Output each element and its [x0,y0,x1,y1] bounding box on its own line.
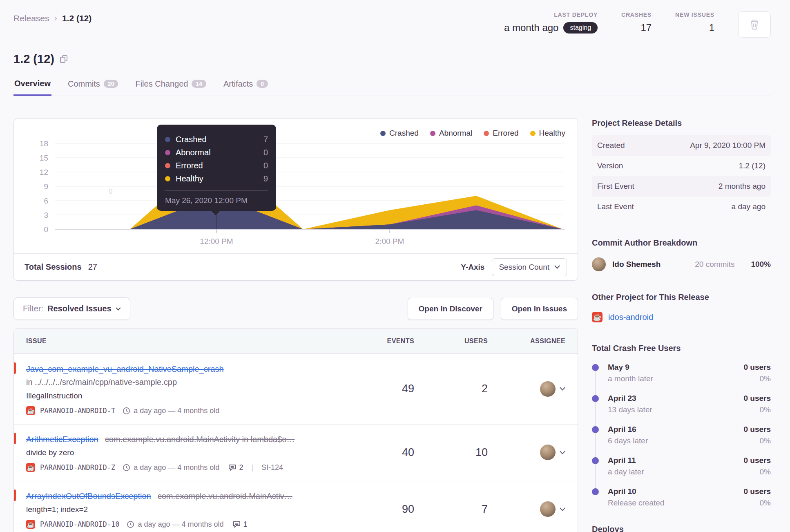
issue-title-link[interactable]: ArithmeticException [26,433,98,446]
issue-message: IllegalInstruction [26,389,353,402]
tooltip-errored-dot-icon [165,163,170,168]
header-assignee: ASSIGNEE [488,338,565,345]
breadcrumb: Releases › 1.2 (12) [13,11,91,24]
tooltip-abnormal-dot-icon [165,150,170,155]
chart-tooltip: Crashed 7 Abnormal 0 Errored 0 [157,125,276,211]
metric-new-issues: NEW ISSUES 1 [675,11,714,34]
timeline-dot-icon [592,426,599,433]
tooltip-crashed-dot-icon [165,137,170,142]
issue-age: a day ago — 4 months old [134,463,219,472]
errored-dot-icon [484,131,489,136]
trash-icon [749,19,760,30]
other-project-link[interactable]: idos-android [608,313,653,322]
section-title: Deploys [592,525,771,532]
breadcrumb-current: 1.2 (12) [62,13,91,23]
commit-author-row: Ido Shemesh 20 commits 100% [592,257,771,271]
crash-free-item: May 90 users a month later0% [592,363,771,394]
breadcrumb-releases-link[interactable]: Releases [13,13,49,23]
assignee-avatar[interactable] [540,445,556,460]
project-slug: PARANOID-ANDROID-Z [40,463,115,472]
open-in-issues-button[interactable]: Open in Issues [501,298,578,320]
tab-artifacts[interactable]: Artifacts 0 [223,78,269,96]
issue-row: ArrayIndexOutOfBoundsException com.examp… [14,481,578,532]
sidebar: Project Release Details Created Apr 9, 2… [592,118,771,532]
java-platform-icon: ☕ [26,520,35,529]
chevron-down-icon[interactable] [560,451,565,454]
tab-overview[interactable]: Overview [13,78,51,96]
assignee-avatar[interactable] [540,501,556,517]
crash-free-item: April 230 users 13 days later0% [592,394,771,425]
issue-users-count: 7 [414,503,488,516]
legend-item-abnormal[interactable]: Abnormal [430,129,472,138]
section-title: Project Release Details [592,118,771,128]
chart-ghost-label: 0 [109,188,112,196]
section-title: Other Project for This Release [592,293,771,302]
legend-item-errored[interactable]: Errored [484,129,518,138]
issue-title-link[interactable]: ArrayIndexOutOfBoundsException [26,490,151,503]
issue-culprit: com.example.vu.android.MainActiv… [158,490,353,503]
meta-divider: | [251,463,253,472]
sessions-chart-plot: 036912151812:00 PM2:00 PM Crashed Abnorm… [14,119,578,253]
other-project-section: Other Project for This Release ☕ idos-an… [592,293,771,322]
issue-title-link[interactable]: Java_com_example_vu_android_NativeSample… [26,362,224,376]
issue-events-count: 90 [353,503,414,516]
issue-culprit: com.example.vu.android.MainActivity in l… [105,433,353,446]
clock-icon [123,464,130,472]
svg-text:2:00 PM: 2:00 PM [375,237,404,246]
issue-events-count: 40 [353,446,414,459]
unhandled-marker [14,490,16,501]
tab-commits[interactable]: Commits 20 [67,78,119,96]
header-events: EVENTS [353,338,414,345]
chevron-down-icon[interactable] [560,387,565,391]
unhandled-marker [14,433,16,444]
chevron-down-icon [116,307,121,311]
header-users: USERS [414,338,488,345]
delete-release-button[interactable] [738,11,771,38]
issue-age: a day ago — 4 months old [134,407,219,415]
author-avatar [592,257,606,271]
chevron-down-icon[interactable] [560,507,565,511]
assignee-avatar[interactable] [540,381,556,397]
issues-filter-dropdown[interactable]: Filter: Resolved Issues [13,297,130,320]
resolved-issues-table: ISSUE EVENTS USERS ASSIGNEE Java_com_exa… [13,328,578,532]
yaxis-select[interactable]: Session Count [492,258,567,276]
detail-row-created: Created Apr 9, 2020 10:00 PM [592,135,771,156]
metric-crashes: CRASHES 17 [621,11,652,34]
issue-users-count: 2 [414,382,488,395]
breadcrumb-chevron-icon: › [54,13,57,24]
main-column: 036912151812:00 PM2:00 PM Crashed Abnorm… [13,118,578,532]
comment-icon [233,521,241,528]
svg-text:3: 3 [44,211,48,219]
yaxis-label: Y-Axis [461,263,484,272]
page-title: 1.2 (12) [13,52,54,66]
commits-count-badge: 20 [104,80,118,88]
issue-message: divide by zero [26,446,353,459]
timeline-dot-icon [592,395,599,402]
artifacts-count-badge: 0 [257,80,268,88]
last-deploy-label: LAST DEPLOY [504,11,598,18]
java-platform-icon: ☕ [592,312,603,322]
open-in-discover-button[interactable]: Open in Discover [408,298,493,320]
issue-events-count: 49 [353,382,414,395]
tab-files-changed[interactable]: Files Changed 14 [134,78,207,96]
detail-row-version: Version 1.2 (12) [592,156,771,176]
tooltip-timestamp: May 26, 2020 12:00 PM [165,190,268,205]
svg-text:18: 18 [40,139,48,148]
issues-table-header: ISSUE EVENTS USERS ASSIGNEE [14,329,578,354]
svg-text:0: 0 [44,225,48,234]
total-sessions-value: 27 [88,262,97,272]
legend-item-crashed[interactable]: Crashed [380,129,419,138]
issues-toolbar: Filter: Resolved Issues Open in Discover… [13,297,578,320]
author-name: Ido Shemesh [612,260,695,269]
header-issue: ISSUE [26,338,353,345]
files-changed-count-badge: 14 [192,80,206,88]
sessions-chart-card: 036912151812:00 PM2:00 PM Crashed Abnorm… [13,118,578,281]
sessions-chart-svg: 036912151812:00 PM2:00 PM [25,122,568,249]
legend-item-healthy[interactable]: Healthy [530,129,565,138]
copy-version-icon[interactable] [60,55,68,63]
project-slug: PARANOID-ANDROID-10 [40,520,119,528]
timeline-dot-icon [592,488,599,495]
abnormal-dot-icon [430,131,435,136]
issue-location: in ../../../../src/main/cpp/native-sampl… [26,376,353,389]
timeline-dot-icon [592,457,599,464]
